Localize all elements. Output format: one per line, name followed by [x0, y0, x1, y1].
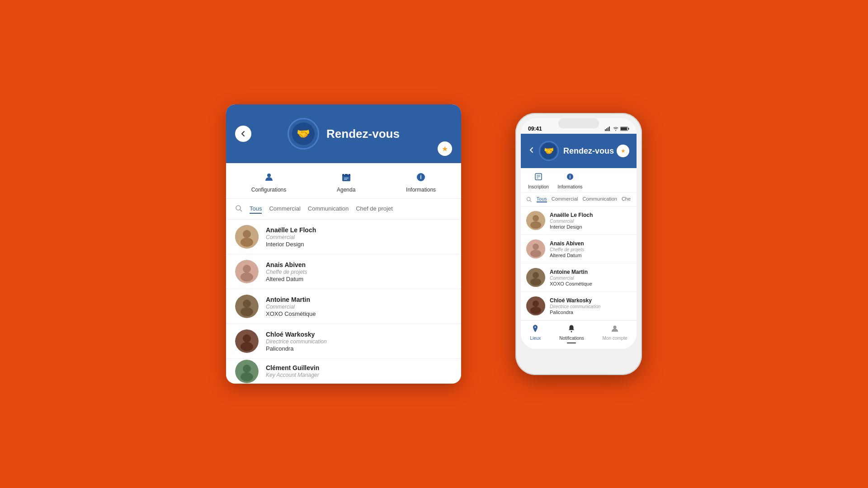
informations-label: Informations [406, 187, 436, 193]
phone-tab-informations[interactable]: i Informations [558, 173, 583, 189]
person-info-antoine: Antoine Martin Commercial XOXO Cosmétiqu… [266, 296, 316, 317]
tablet-star-button[interactable]: ★ [438, 141, 452, 156]
configurations-icon [264, 172, 274, 185]
filter-communication[interactable]: Communication [308, 204, 349, 214]
tablet-list-item[interactable]: Antoine Martin Commercial XOXO Cosmétiqu… [226, 289, 461, 324]
phone-container: 09:41 🤝 Rendez-vous ★ [515, 113, 642, 375]
avatar-anais [235, 260, 259, 283]
tablet-container: 🤝 Rendez-vous ★ Configurations [226, 104, 461, 384]
agenda-icon [341, 172, 351, 185]
phone-filter-commercial[interactable]: Commercial [552, 196, 578, 202]
svg-point-2 [267, 174, 271, 177]
tab-informations[interactable]: i Informations [397, 170, 445, 195]
search-icon[interactable] [235, 205, 242, 214]
person-role: Directrice communication [266, 338, 327, 345]
tablet-header: 🤝 Rendez-vous ★ [226, 104, 461, 163]
avatar-clement [235, 360, 259, 383]
person-role: Cheffe de projets [266, 269, 307, 275]
person-company: Altered Datum [266, 276, 307, 282]
phone-person-company: Palicondra [550, 310, 600, 315]
filter-tous[interactable]: Tous [250, 204, 262, 214]
tab-agenda[interactable]: Agenda [328, 170, 364, 195]
tablet-title: Rendez-vous [326, 127, 400, 141]
mon-compte-icon [611, 324, 619, 335]
tablet-list-item[interactable]: Anais Abiven Cheffe de projets Altered D… [226, 254, 461, 289]
filter-tags: Tous Commercial Communication Chef de pr… [250, 204, 393, 214]
svg-point-23 [243, 334, 251, 343]
phone-person-role: Commercial [550, 219, 593, 224]
phone-person-company: Interior Design [550, 224, 593, 230]
svg-rect-29 [606, 128, 607, 131]
tablet-filter-bar: Tous Commercial Communication Chef de pr… [226, 199, 461, 220]
filter-commercial[interactable]: Commercial [269, 204, 300, 214]
phone-filter-che[interactable]: Che... [622, 196, 631, 202]
phone-avatar-anais [526, 239, 545, 258]
svg-point-49 [533, 244, 539, 250]
tablet-list-item[interactable]: Anaëlle Le Floch Commercial Interior Des… [226, 220, 461, 254]
phone-informations-icon: i [566, 173, 574, 183]
phone-tabs: Inscription i Informations [521, 168, 637, 192]
phone-filter-tags: Tous Commercial Communication Che... [537, 196, 631, 202]
svg-point-17 [243, 265, 251, 273]
phone-filter-communication[interactable]: Communication [582, 196, 617, 202]
person-info-anaelle: Anaëlle Le Floch Commercial Interior Des… [266, 226, 316, 248]
svg-point-27 [241, 372, 253, 381]
phone-avatar-chloe [526, 296, 545, 315]
person-name: Anais Abiven [266, 261, 307, 268]
svg-point-58 [613, 326, 617, 329]
svg-text:i: i [420, 174, 421, 180]
svg-rect-30 [608, 127, 609, 131]
phone-search-icon[interactable] [526, 197, 532, 202]
avatar-antoine [235, 295, 259, 318]
tablet-list-item[interactable]: Chloé Warkosky Directrice communication … [226, 324, 461, 359]
svg-line-12 [240, 210, 242, 211]
svg-point-14 [243, 230, 251, 238]
svg-point-47 [530, 221, 541, 229]
svg-point-52 [533, 272, 539, 278]
person-name: Clément Guillevin [266, 364, 319, 371]
tab-configurations[interactable]: Configurations [242, 170, 295, 195]
phone-list-item[interactable]: Antoine Martin Commercial XOXO Cosmétiqu… [521, 263, 637, 292]
person-company: Palicondra [266, 345, 327, 352]
svg-point-18 [241, 272, 253, 282]
svg-point-43 [527, 197, 530, 201]
tablet-logo: 🤝 [288, 118, 319, 150]
phone-person-info-anaelle: Anaëlle Le Floch Commercial Interior Des… [550, 212, 593, 230]
wifi-icon [613, 127, 618, 131]
phone-filter-tous[interactable]: Tous [537, 196, 547, 202]
svg-text:🤝: 🤝 [544, 146, 554, 156]
person-role: Key Account Manager [266, 372, 319, 378]
phone-person-role: Directrice communication [550, 304, 600, 309]
phone-list-item[interactable]: Chloé Warkosky Directrice communication … [521, 292, 637, 320]
person-company: XOXO Cosmétique [266, 310, 316, 317]
tablet-back-button[interactable] [235, 126, 251, 142]
phone-person-info-chloe: Chloé Warkosky Directrice communication … [550, 297, 600, 315]
phone-avatar-antoine [526, 268, 545, 287]
signal-icon [605, 127, 611, 131]
person-role: Commercial [266, 304, 316, 310]
phone-list-item[interactable]: Anais Abiven Cheffe de projets Altered D… [521, 235, 637, 263]
phone-star-button[interactable]: ★ [617, 145, 629, 157]
person-company: Interior Design [266, 241, 316, 248]
phone-bottom-nav: Lieux Notifications Mon compte [521, 320, 637, 349]
phone-nav-mon-compte[interactable]: Mon compte [603, 324, 627, 343]
tablet-list-item[interactable]: Clément Guillevin Key Account Manager [226, 359, 461, 384]
phone-tab-inscription[interactable]: Inscription [528, 173, 549, 189]
filter-chef-de-projet[interactable]: Chef de projet [356, 204, 393, 214]
phone-nav-notifications[interactable]: Notifications [559, 324, 584, 343]
svg-point-15 [241, 238, 253, 247]
tablet-people-list: Anaëlle Le Floch Commercial Interior Des… [226, 220, 461, 384]
phone-person-name: Chloé Warkosky [550, 297, 600, 304]
phone-list-item[interactable]: Anaëlle Le Floch Commercial Interior Des… [521, 206, 637, 235]
person-name: Chloé Warkosky [266, 331, 327, 338]
phone-inner: 09:41 🤝 Rendez-vous ★ [521, 118, 637, 349]
svg-point-50 [530, 250, 541, 257]
star-icon: ★ [442, 145, 448, 153]
phone-nav-lieux[interactable]: Lieux [530, 324, 541, 343]
svg-rect-4 [342, 174, 350, 176]
phone-header: 🤝 Rendez-vous ★ [521, 134, 637, 168]
scene: 🤝 Rendez-vous ★ Configurations [226, 104, 642, 384]
svg-rect-28 [605, 129, 606, 131]
svg-rect-31 [609, 127, 610, 131]
phone-back-button[interactable] [528, 146, 535, 156]
